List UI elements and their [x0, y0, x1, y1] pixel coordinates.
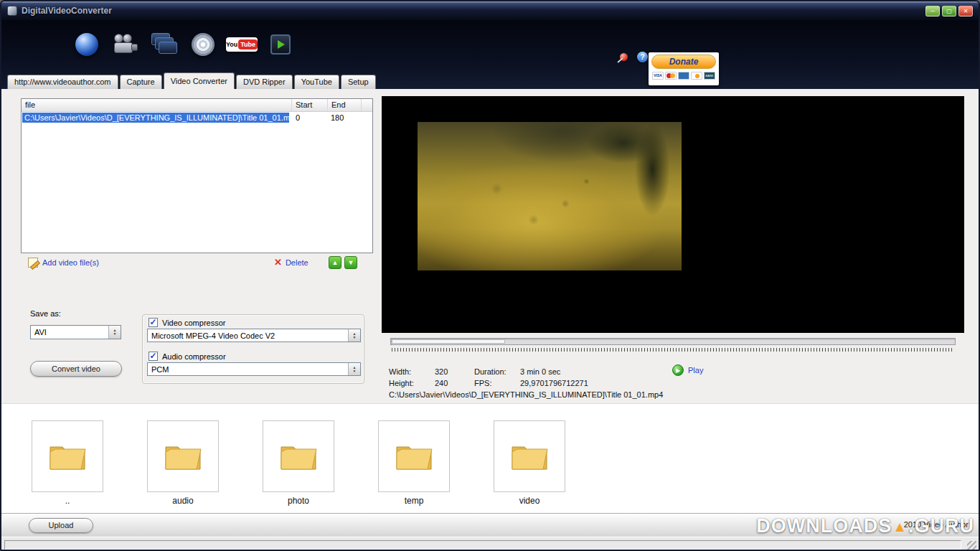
move-up-button[interactable]: ▲ — [329, 256, 341, 269]
add-video-files-label: Add video file(s) — [42, 258, 99, 267]
folder-label-up: .. — [32, 496, 103, 506]
tab-video-converter[interactable]: Video Converter — [164, 72, 235, 89]
resize-grip[interactable] — [967, 541, 976, 550]
tab-capture[interactable]: Capture — [120, 75, 162, 89]
column-header-end[interactable]: End — [328, 99, 362, 111]
play-control[interactable]: ▶ Play — [672, 364, 703, 376]
delete-x-icon: ✕ — [274, 258, 282, 267]
file-list-header: file Start End — [22, 99, 372, 112]
video-clip-icon[interactable] — [265, 29, 296, 60]
convert-video-button[interactable]: Convert video — [30, 361, 122, 377]
height-label: Height: — [389, 379, 414, 387]
move-down-button[interactable]: ▼ — [344, 256, 357, 269]
add-file-icon — [28, 258, 38, 268]
downloads-guru-watermark: DOWNLOADS▲.GURU — [756, 515, 974, 537]
file-path-cell[interactable]: C:\Users\Javier\Videos\D_[EVERYTHING_IS_… — [22, 113, 289, 123]
tab-strip: http://www.videoauthor.com Capture Video… — [7, 72, 376, 89]
watermark-triangle-icon: ▲ — [892, 519, 908, 535]
amex-logo-icon — [678, 72, 689, 80]
combo-spinner-icon[interactable]: ▲▼ — [108, 326, 121, 339]
folder-label-photo: photo — [263, 496, 334, 506]
folder-icon — [395, 441, 433, 471]
camera-icon — [113, 34, 138, 55]
capture-icon[interactable] — [110, 29, 141, 60]
audio-compressor-combo[interactable]: PCM ▲▼ — [147, 362, 361, 376]
combo-spinner-icon[interactable]: ▲▼ — [348, 329, 360, 342]
close-button[interactable]: ✕ — [958, 6, 973, 17]
folder-tile-up[interactable] — [32, 420, 103, 492]
folder-icon — [510, 441, 549, 471]
youtube-logo-icon: YouTube — [226, 37, 258, 52]
tab-setup[interactable]: Setup — [341, 75, 376, 89]
tab-dvd-ripper[interactable]: DVD Ripper — [236, 75, 293, 89]
compressor-groupbox: ✓ Video compressor Microsoft MPEG-4 Vide… — [142, 314, 364, 384]
youtube-icon[interactable]: YouTube — [227, 29, 257, 60]
save-as-value: AVI — [31, 328, 108, 336]
file-start-cell[interactable]: 0 — [289, 113, 329, 122]
slider-ticks — [392, 348, 954, 352]
pushpin-icon[interactable] — [620, 53, 628, 61]
folder-browser: .. audio photo temp — [1, 403, 979, 513]
tab-website[interactable]: http://www.videoauthor.com — [7, 75, 118, 89]
folder-tile-temp[interactable] — [378, 420, 450, 492]
delete-link[interactable]: ✕ Delete — [274, 258, 308, 267]
play-icon: ▶ — [672, 364, 684, 376]
file-list: file Start End C:\Users\Javier\Videos\D_… — [21, 98, 373, 253]
folder-label-audio: audio — [147, 496, 219, 506]
home-web-icon[interactable] — [72, 29, 102, 60]
film-stack-icon — [151, 33, 177, 56]
upload-button[interactable]: Upload — [29, 518, 93, 533]
maximize-button[interactable]: ▢ — [942, 6, 956, 17]
bank-logo-icon: BANK — [704, 72, 715, 80]
folder-icon — [164, 441, 202, 471]
column-header-start[interactable]: Start — [292, 99, 328, 111]
folder-icon — [48, 441, 87, 471]
globe-icon — [75, 33, 98, 56]
donate-panel: Donate VISA BANK — [649, 52, 719, 85]
current-file-path: C:\Users\Javier\Videos\D_[EVERYTHING_IS_… — [389, 390, 663, 399]
minimize-button[interactable]: ─ — [925, 6, 940, 17]
fps-label: FPS: — [474, 379, 491, 387]
seek-slider-thumb[interactable] — [392, 339, 505, 344]
folder-label-video: video — [494, 496, 565, 506]
dvd-ripper-icon[interactable] — [188, 29, 218, 60]
width-label: Width: — [389, 367, 411, 376]
duration-label: Duration: — [474, 367, 507, 376]
seek-slider[interactable] — [390, 338, 956, 345]
visa-logo-icon: VISA — [652, 72, 664, 80]
video-compressor-label: Video compressor — [162, 319, 225, 327]
titlebar[interactable]: DigitalVideoConverter ─ ▢ ✕ — [1, 1, 979, 20]
video-compressor-checkbox[interactable]: ✓ — [149, 318, 158, 327]
mastercard-logo-icon — [665, 72, 677, 80]
fps-value: 29,9701796712271 — [520, 379, 588, 387]
height-value: 240 — [435, 379, 448, 387]
donate-button[interactable]: Donate — [651, 55, 716, 69]
duration-value: 3 min 0 sec — [520, 367, 560, 376]
video-compressor-combo[interactable]: Microsoft MPEG-4 Video Codec V2 ▲▼ — [147, 329, 361, 342]
save-as-label: Save as: — [30, 309, 61, 318]
status-panel — [4, 540, 961, 550]
folder-tile-photo[interactable] — [263, 420, 334, 492]
help-icon[interactable]: ? — [637, 52, 648, 62]
audio-compressor-label: Audio compressor — [162, 352, 226, 361]
folder-tile-audio[interactable] — [147, 420, 219, 492]
file-end-cell[interactable]: 180 — [329, 113, 362, 122]
film-clip-icon — [270, 34, 291, 55]
save-as-combo[interactable]: AVI ▲▼ — [30, 325, 121, 339]
discover-logo-icon — [691, 72, 702, 80]
column-header-corner — [362, 99, 372, 111]
window-title: DigitalVideoConverter — [22, 6, 112, 16]
width-value: 320 — [435, 367, 448, 376]
column-header-file[interactable]: file — [22, 99, 292, 111]
status-bar — [1, 537, 979, 551]
audio-compressor-checkbox[interactable]: ✓ — [149, 352, 158, 361]
folder-icon — [279, 441, 318, 471]
file-row-selected[interactable]: C:\Users\Javier\Videos\D_[EVERYTHING_IS_… — [22, 112, 372, 123]
video-converter-icon[interactable] — [149, 29, 179, 60]
folder-tile-video[interactable] — [494, 420, 565, 492]
disc-icon — [192, 33, 215, 56]
delete-label: Delete — [286, 258, 308, 267]
tab-youtube[interactable]: YouTube — [294, 75, 339, 89]
combo-spinner-icon[interactable]: ▲▼ — [348, 363, 360, 375]
add-video-files-link[interactable]: Add video file(s) — [28, 258, 99, 268]
